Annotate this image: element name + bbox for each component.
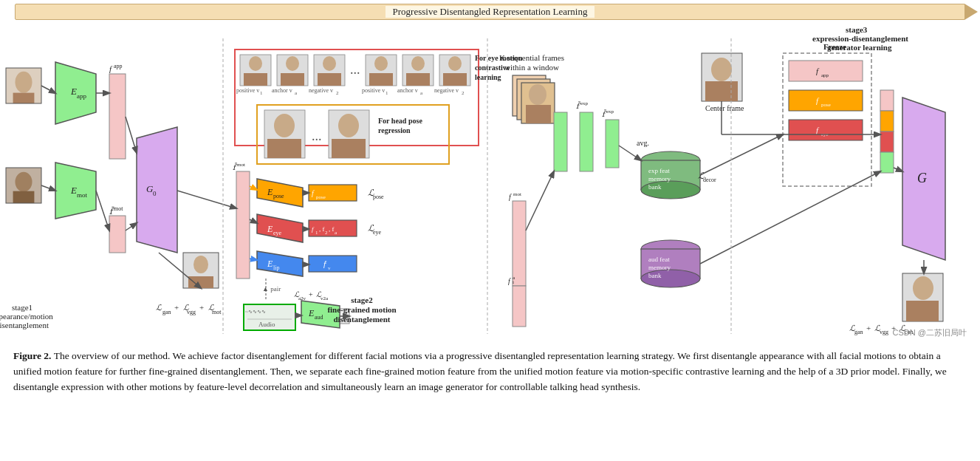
svg-line-214 [700, 134, 783, 175]
svg-text:exp: exp [580, 100, 589, 106]
caption-figure-label: Figure 2. [13, 350, 52, 361]
banner-text: Progressive Disentangled Representation … [386, 6, 595, 18]
watermark: CSDN @二苏旧局叶 [893, 327, 967, 338]
svg-text:fine-grained motion: fine-grained motion [327, 305, 396, 314]
svg-rect-51 [318, 73, 341, 86]
svg-point-24 [193, 256, 208, 273]
svg-text:negative v: negative v [434, 87, 459, 94]
svg-text:1: 1 [260, 90, 263, 96]
svg-text:within a window: within a window [504, 63, 559, 72]
svg-text:pose: pose [373, 194, 384, 200]
svg-text:aud: aud [315, 314, 323, 321]
svg-point-200 [913, 276, 933, 300]
svg-text:2: 2 [462, 90, 465, 96]
svg-text:exp feat: exp feat [648, 167, 670, 174]
svg-line-22 [126, 223, 137, 230]
svg-point-40 [249, 56, 262, 71]
svg-text:generator learning: generator learning [827, 43, 892, 52]
svg-text:anchor v: anchor v [272, 87, 292, 94]
svg-rect-156 [606, 120, 619, 168]
svg-text:▲ pair: ▲ pair [262, 285, 281, 293]
svg-rect-152 [554, 112, 567, 171]
svg-text:app: app [77, 92, 86, 100]
svg-line-216 [894, 168, 902, 171]
svg-text:decor: decor [703, 177, 716, 183]
svg-text:app: app [114, 63, 123, 69]
svg-rect-194 [880, 111, 894, 132]
svg-text:disentanglement: disentanglement [0, 321, 49, 329]
svg-marker-18 [137, 127, 177, 253]
svg-text:expression-disentanglement: expression-disentanglement [812, 34, 908, 43]
svg-text:avg.: avg. [637, 139, 649, 147]
svg-text:stage3: stage3 [846, 25, 868, 34]
svg-text:ℒ: ℒ [156, 303, 162, 312]
svg-text:f: f [509, 193, 512, 201]
svg-text:positive v: positive v [236, 87, 259, 94]
svg-text:mot: mot [237, 162, 245, 168]
svg-rect-110 [309, 256, 357, 272]
svg-text:positive v: positive v [362, 87, 385, 94]
svg-text:mot: mot [77, 191, 88, 199]
svg-text:pose: pose [273, 193, 284, 199]
svg-line-17 [96, 191, 109, 230]
svg-text:mot: mot [513, 191, 521, 197]
svg-text:G: G [917, 171, 927, 185]
svg-text:mot: mot [212, 309, 222, 315]
svg-rect-13 [109, 216, 126, 253]
svg-text:vgg: vgg [880, 329, 888, 335]
caption-area: Figure 2. The overview of our method. We… [0, 341, 980, 401]
svg-text:E: E [267, 259, 273, 269]
svg-point-66 [448, 56, 462, 71]
svg-text:...: ... [350, 62, 360, 77]
svg-text:lip: lip [273, 264, 279, 271]
svg-point-161 [711, 58, 732, 81]
svg-text:stage1: stage1 [12, 303, 32, 312]
svg-marker-95 [257, 214, 303, 242]
svg-text:negative v: negative v [309, 87, 333, 94]
svg-marker-107 [257, 251, 303, 276]
svg-text:v2a: v2a [321, 296, 329, 301]
svg-point-79 [338, 114, 359, 137]
svg-text:gan: gan [162, 309, 171, 315]
svg-line-219 [526, 171, 554, 230]
svg-text:1: 1 [386, 90, 388, 96]
svg-rect-41 [244, 73, 267, 86]
svg-line-132 [250, 186, 257, 190]
svg-rect-10 [109, 74, 126, 159]
top-banner: Progressive Disentangled Representation … [15, 0, 965, 24]
svg-text:...: ... [312, 129, 322, 143]
svg-text:E: E [70, 185, 77, 196]
svg-rect-162 [705, 81, 738, 101]
svg-text:+: + [866, 324, 871, 332]
svg-rect-178 [513, 286, 526, 327]
diagram-area: E app E mot f app f̄ mot [0, 24, 980, 341]
svg-text:2: 2 [336, 90, 339, 96]
svg-rect-193 [880, 90, 894, 111]
svg-point-61 [411, 56, 425, 71]
svg-text:aud feat: aud feat [648, 256, 670, 263]
svg-rect-149 [513, 201, 526, 286]
svg-text:~∿∿∿∿: ~∿∿∿∿ [245, 309, 266, 315]
svg-line-215 [700, 171, 880, 264]
svg-text:E: E [70, 86, 77, 97]
caption-text: The overview of our method. We achieve f… [13, 350, 947, 392]
svg-text:K sequential frames: K sequential frames [499, 53, 564, 62]
svg-text:eye: eye [373, 229, 382, 236]
svg-text:appearance/motion: appearance/motion [0, 312, 53, 321]
svg-text:memory: memory [648, 175, 671, 182]
svg-text:memory: memory [648, 264, 671, 271]
svg-rect-83 [236, 171, 250, 279]
svg-line-21 [126, 117, 137, 153]
svg-line-86 [177, 191, 236, 208]
page-container: Progressive Disentangled Representation … [0, 0, 980, 401]
svg-text:app: app [821, 72, 829, 78]
svg-text:, f: , f [329, 225, 335, 233]
svg-text:f: f [508, 277, 511, 285]
svg-text:f: f [109, 64, 113, 73]
svg-text:i: i [513, 279, 514, 285]
svg-text:+: + [174, 303, 179, 312]
svg-text:For head pose: For head pose [378, 117, 422, 125]
svg-text:bank: bank [648, 183, 662, 191]
svg-text:+: + [199, 303, 204, 312]
svg-text:stage2: stage2 [351, 296, 373, 304]
